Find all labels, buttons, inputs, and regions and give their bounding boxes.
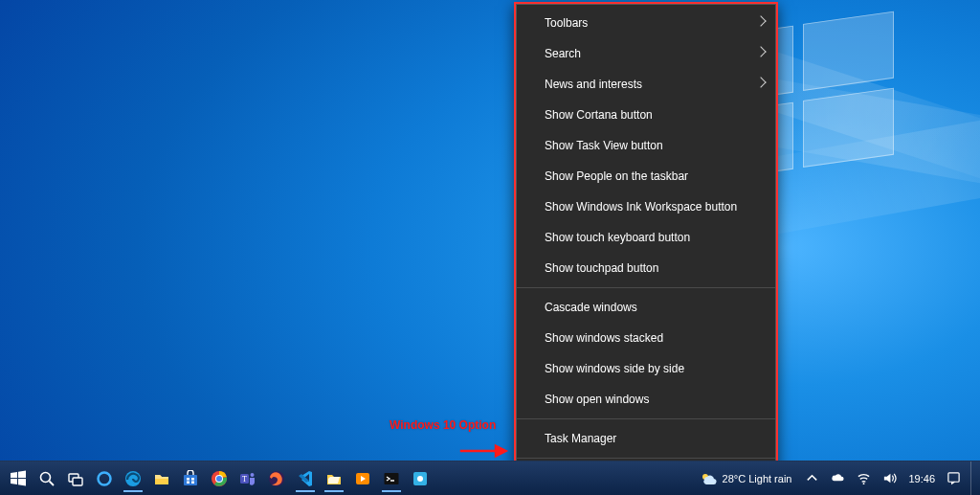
menu-item-search[interactable]: Search [516, 38, 776, 69]
svg-rect-7 [187, 478, 189, 481]
taskbar-app-generic[interactable] [407, 465, 434, 492]
svg-point-1 [41, 472, 51, 482]
tray-onedrive-icon[interactable] [825, 461, 851, 496]
menu-item-show-task-view[interactable]: Show Task View button [516, 130, 776, 161]
tray-overflow-button[interactable] [799, 461, 825, 496]
chrome-icon [211, 470, 228, 487]
menu-label: Show windows stacked [545, 331, 663, 345]
cloud-icon [831, 471, 845, 485]
menu-item-news-interests[interactable]: News and interests [516, 69, 776, 100]
taskbar-app-firefox[interactable] [263, 465, 290, 492]
taskbar-app-file-explorer[interactable] [148, 465, 175, 492]
menu-item-show-people[interactable]: Show People on the taskbar [516, 161, 776, 191]
menu-item-show-ink-workspace[interactable]: Show Windows Ink Workspace button [516, 191, 776, 222]
task-view-icon [67, 470, 84, 487]
taskbar-app-terminal[interactable] [378, 465, 405, 492]
taskbar-app-teams[interactable]: T [234, 465, 261, 492]
menu-label: Show touchpad button [545, 261, 658, 275]
menu-label: Task Manager [545, 432, 616, 445]
store-icon [182, 470, 199, 487]
weather-icon [700, 470, 717, 487]
svg-rect-3 [73, 478, 82, 485]
menu-label: Show open windows [545, 393, 649, 406]
menu-label: Toolbars [545, 16, 588, 30]
teams-icon: T [239, 470, 256, 487]
menu-label: Cascade windows [545, 301, 637, 314]
menu-item-show-open-windows[interactable]: Show open windows [516, 384, 776, 415]
menu-item-cascade-windows[interactable]: Cascade windows [516, 292, 776, 323]
svg-rect-10 [191, 481, 194, 484]
search-icon [38, 470, 56, 487]
svg-point-23 [863, 483, 865, 484]
annotation-arrow-icon [457, 442, 512, 460]
svg-rect-19 [385, 473, 399, 484]
svg-rect-6 [184, 475, 197, 485]
taskbar-context-menu: Toolbars Search News and interests Show … [514, 2, 778, 495]
task-view-button[interactable] [62, 465, 89, 492]
folder-icon [153, 470, 170, 487]
media-icon [354, 470, 371, 487]
taskbar: T 28°C Light rain [0, 461, 980, 495]
menu-item-show-stacked[interactable]: Show windows stacked [516, 323, 776, 353]
svg-rect-8 [191, 478, 194, 481]
cortana-button[interactable] [91, 465, 118, 492]
tray-volume-icon[interactable] [877, 461, 902, 496]
taskbar-pinned-area: T [4, 465, 434, 492]
menu-item-show-touchpad[interactable]: Show touchpad button [516, 253, 776, 283]
tray-network-icon[interactable] [851, 461, 877, 496]
menu-label: Show touch keyboard button [545, 231, 690, 244]
app-icon [412, 470, 429, 487]
action-center-button[interactable] [941, 461, 967, 496]
chevron-up-icon [805, 471, 819, 485]
menu-item-toolbars[interactable]: Toolbars [516, 8, 776, 38]
svg-point-16 [251, 473, 255, 477]
menu-item-show-side-by-side[interactable]: Show windows side by side [516, 353, 776, 384]
folder-open-icon [325, 470, 343, 487]
taskbar-app-vscode[interactable] [292, 465, 319, 492]
volume-icon [882, 471, 897, 485]
svg-point-21 [417, 476, 423, 482]
menu-label: Show Task View button [545, 139, 663, 152]
terminal-icon [383, 470, 400, 487]
vscode-icon [297, 470, 314, 487]
menu-label: Show Windows Ink Workspace button [545, 200, 737, 214]
system-tray: 28°C Light rain 19:46 [692, 461, 976, 496]
show-desktop-button[interactable] [970, 461, 976, 496]
chevron-right-icon [755, 46, 766, 56]
taskbar-app-explorer-window[interactable] [321, 465, 347, 492]
taskbar-app-media[interactable] [349, 465, 376, 492]
menu-item-task-manager[interactable]: Task Manager [516, 423, 776, 454]
windows-icon [10, 470, 27, 487]
notifications-icon [947, 471, 961, 485]
weather-widget[interactable]: 28°C Light rain [692, 470, 800, 487]
menu-item-show-cortana[interactable]: Show Cortana button [516, 100, 776, 130]
svg-point-13 [216, 476, 222, 482]
taskbar-app-chrome[interactable] [206, 465, 233, 492]
firefox-icon [268, 470, 285, 487]
clock-text: 19:46 [908, 473, 935, 484]
menu-item-show-touch-keyboard[interactable]: Show touch keyboard button [516, 222, 776, 253]
weather-text: 28°C Light rain [723, 473, 792, 484]
taskbar-app-edge[interactable] [120, 465, 146, 492]
menu-label: Search [545, 47, 581, 60]
svg-rect-9 [187, 481, 189, 484]
svg-point-4 [99, 472, 111, 484]
svg-rect-24 [948, 473, 959, 482]
menu-label: Show windows side by side [545, 362, 684, 375]
tray-clock[interactable]: 19:46 [902, 461, 941, 496]
wifi-icon [857, 471, 871, 485]
search-button[interactable] [33, 465, 60, 492]
start-button[interactable] [5, 465, 32, 492]
menu-label: News and interests [545, 78, 642, 91]
cortana-icon [96, 470, 113, 487]
menu-label: Show People on the taskbar [545, 169, 688, 183]
chevron-right-icon [755, 77, 766, 87]
menu-label: Show Cortana button [545, 108, 653, 122]
annotation-label: Windows 10 Option [390, 418, 496, 432]
chevron-right-icon [755, 15, 766, 26]
svg-text:T: T [242, 475, 247, 484]
edge-icon [124, 470, 142, 487]
taskbar-app-store[interactable] [177, 465, 204, 492]
